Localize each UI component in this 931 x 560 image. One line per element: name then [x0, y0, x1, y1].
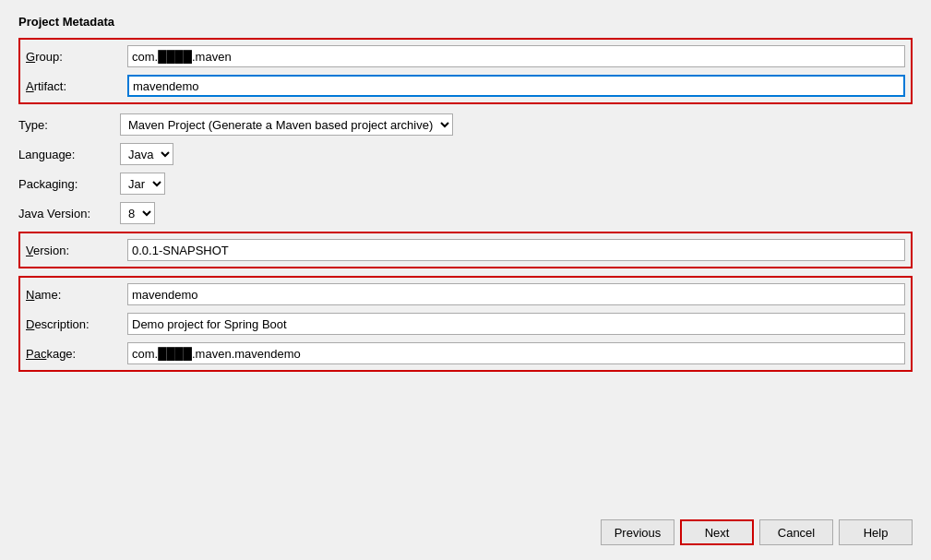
name-label: Name: — [26, 288, 127, 302]
name-input[interactable] — [127, 283, 905, 305]
packaging-label: Packaging: — [18, 177, 120, 191]
packaging-row: Packaging: Jar — [18, 169, 913, 198]
artifact-label: Artifact: — [26, 79, 127, 93]
type-label: Type: — [18, 118, 120, 132]
version-input[interactable] — [127, 239, 905, 261]
next-button[interactable]: Next — [680, 519, 754, 545]
description-label: Description: — [26, 317, 127, 331]
description-row: Description: — [26, 309, 905, 339]
button-row: Previous Next Cancel Help — [18, 519, 913, 549]
language-select[interactable]: Java — [120, 143, 173, 165]
package-label: Package: — [26, 347, 127, 361]
java-version-select[interactable]: 8 — [120, 202, 155, 224]
artifact-input[interactable] — [127, 75, 905, 97]
name-row: Name: — [26, 280, 905, 309]
group-label: Group: — [26, 50, 127, 64]
package-row: Package: — [26, 339, 905, 368]
java-version-label: Java Version: — [18, 207, 120, 220]
version-group: Version: — [18, 232, 913, 268]
group-artifact-group: Group: Artifact: — [18, 38, 913, 104]
packaging-select[interactable]: Jar — [120, 173, 165, 195]
version-label: Version: — [26, 244, 127, 257]
java-version-row: Java Version: 8 — [18, 198, 913, 228]
help-button[interactable]: Help — [839, 519, 913, 545]
project-metadata-dialog: Project Metadata Group: Artifact: Type: — [0, 0, 931, 560]
language-row: Language: Java — [18, 139, 913, 169]
artifact-row: Artifact: — [26, 71, 905, 101]
section-title: Project Metadata — [18, 15, 913, 29]
cancel-button[interactable]: Cancel — [759, 519, 833, 545]
previous-button[interactable]: Previous — [601, 519, 674, 545]
language-label: Language: — [18, 148, 120, 161]
version-row: Version: — [26, 235, 905, 265]
type-row: Type: Maven Project (Generate a Maven ba… — [18, 110, 913, 139]
group-input[interactable] — [127, 45, 905, 67]
type-select[interactable]: Maven Project (Generate a Maven based pr… — [120, 113, 453, 136]
description-input[interactable] — [127, 313, 905, 335]
group-row: Group: — [26, 42, 905, 71]
form-area: Group: Artifact: Type: Maven Project (Ge… — [18, 38, 913, 505]
name-desc-pkg-group: Name: Description: Package: — [18, 276, 913, 372]
package-input[interactable] — [127, 342, 905, 364]
